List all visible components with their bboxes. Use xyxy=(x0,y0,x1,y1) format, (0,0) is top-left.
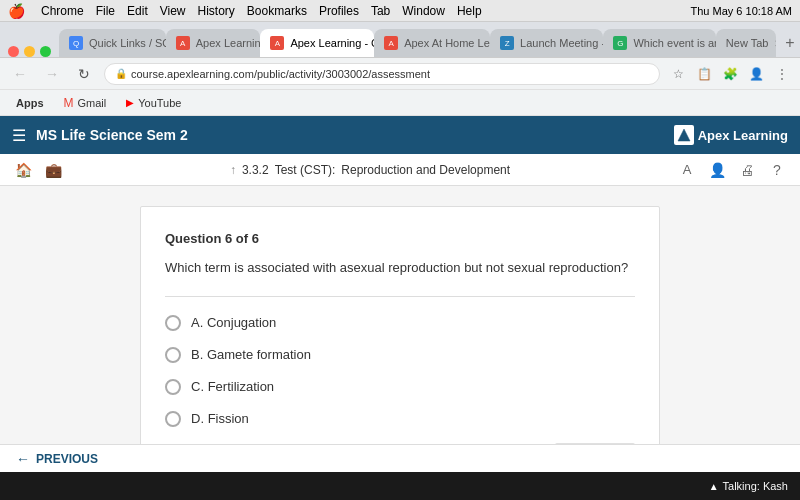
tab-launch-meeting[interactable]: Z Launch Meeting - ... ✕ xyxy=(490,29,603,57)
answer-label-a: A. Conjugation xyxy=(191,315,276,330)
tab-which-event[interactable]: G Which event is an... ✕ xyxy=(603,29,715,57)
tab-label-new: New Tab xyxy=(726,37,769,49)
talking-chevron-icon: ▲ xyxy=(709,481,719,492)
reload-button[interactable]: ↻ xyxy=(72,62,96,86)
menu-dots-icon[interactable]: ⋮ xyxy=(772,64,792,84)
star-icon[interactable]: ☆ xyxy=(668,64,688,84)
apex-header-right: Apex Learning xyxy=(674,125,788,145)
reading-list-icon[interactable]: 📋 xyxy=(694,64,714,84)
radio-d[interactable] xyxy=(165,411,181,427)
bookmark-youtube[interactable]: ▶ YouTube xyxy=(118,95,189,111)
bookmark-youtube-label: YouTube xyxy=(138,97,181,109)
lesson-code: 3.3.2 xyxy=(242,163,269,177)
apex-logo-text: Apex Learning xyxy=(698,128,788,143)
tab-label-event: Which event is an... xyxy=(633,37,715,49)
translate-icon[interactable]: A xyxy=(676,159,698,181)
tab-label-apex: Apex Learning xyxy=(196,37,261,49)
tab-favicon-apex-active: A xyxy=(270,36,284,50)
bookmark-gmail[interactable]: M Gmail xyxy=(56,94,115,112)
menu-tab[interactable]: Tab xyxy=(371,4,390,18)
lesson-bar: 🏠 💼 ↑ 3.3.2 Test (CST): Reproduction and… xyxy=(0,154,800,186)
person-icon[interactable]: 👤 xyxy=(706,159,728,181)
prev-arrow-icon: ← xyxy=(16,451,30,467)
address-bar: ← → ↻ 🔒 course.apexlearning.com/public/a… xyxy=(0,58,800,90)
radio-b[interactable] xyxy=(165,347,181,363)
lock-icon: 🔒 xyxy=(115,68,127,79)
minimize-window-button[interactable] xyxy=(24,46,35,57)
answer-option-c[interactable]: C. Fertilization xyxy=(165,379,635,395)
answer-option-a[interactable]: A. Conjugation xyxy=(165,315,635,331)
menu-view[interactable]: View xyxy=(160,4,186,18)
tab-favicon-event: G xyxy=(613,36,627,50)
tab-apex-home[interactable]: A Apex At Home Lea... ✕ xyxy=(374,29,490,57)
tab-close-new[interactable]: ✕ xyxy=(774,38,776,49)
svg-marker-0 xyxy=(678,129,690,141)
menu-chrome[interactable]: Chrome xyxy=(41,4,84,18)
mac-menu-bar: 🍎 Chrome File Edit View History Bookmark… xyxy=(0,0,800,22)
menu-help[interactable]: Help xyxy=(457,4,482,18)
apex-header-left: ☰ MS Life Science Sem 2 xyxy=(12,126,188,145)
menu-file[interactable]: File xyxy=(96,4,115,18)
menu-history[interactable]: History xyxy=(198,4,235,18)
url-bar[interactable]: 🔒 course.apexlearning.com/public/activit… xyxy=(104,63,660,85)
url-text: course.apexlearning.com/public/activity/… xyxy=(131,68,430,80)
previous-button[interactable]: ← PREVIOUS xyxy=(16,451,98,467)
apex-header: ☰ MS Life Science Sem 2 Apex Learning xyxy=(0,116,800,154)
forward-button[interactable]: → xyxy=(40,62,64,86)
question-number: Question 6 of 6 xyxy=(165,231,635,246)
new-tab-button[interactable]: + xyxy=(780,29,800,57)
menu-edit[interactable]: Edit xyxy=(127,4,148,18)
answer-label-d: D. Fission xyxy=(191,411,249,426)
browser-icons: ☆ 📋 🧩 👤 ⋮ xyxy=(668,64,792,84)
tab-favicon-apex-home: A xyxy=(384,36,398,50)
bottom-nav: ← PREVIOUS xyxy=(0,444,800,472)
lesson-nav-right: A 👤 🖨 ? xyxy=(676,159,788,181)
hamburger-menu-button[interactable]: ☰ xyxy=(12,126,26,145)
menu-profiles[interactable]: Profiles xyxy=(319,4,359,18)
menu-window[interactable]: Window xyxy=(402,4,445,18)
tab-favicon-launch: Z xyxy=(500,36,514,50)
bookmark-apps-label: Apps xyxy=(16,97,44,109)
lesson-nav-left: 🏠 💼 xyxy=(12,159,64,181)
tab-favicon-apex: A xyxy=(176,36,190,50)
tab-label-quick-links: Quick Links / SQL xyxy=(89,37,166,49)
maximize-window-button[interactable] xyxy=(40,46,51,57)
previous-label: PREVIOUS xyxy=(36,452,98,466)
course-title: MS Life Science Sem 2 xyxy=(36,127,188,143)
briefcase-icon[interactable]: 💼 xyxy=(42,159,64,181)
menu-bar-left: 🍎 Chrome File Edit View History Bookmark… xyxy=(8,3,482,19)
lesson-name: Reproduction and Development xyxy=(341,163,510,177)
close-window-button[interactable] xyxy=(8,46,19,57)
talking-bar: ▲ Talking: Kash xyxy=(0,472,800,500)
content-area: Question 6 of 6 Which term is associated… xyxy=(0,186,800,444)
tab-favicon-quick-links: Q xyxy=(69,36,83,50)
bookmark-apps[interactable]: Apps xyxy=(8,95,52,111)
menu-bar-right: Thu May 6 10:18 AM xyxy=(691,5,793,17)
tab-new-tab[interactable]: New Tab ✕ xyxy=(716,29,776,57)
lesson-up-arrow-icon: ↑ xyxy=(230,163,236,177)
tab-label-launch: Launch Meeting - ... xyxy=(520,37,603,49)
answer-label-c: C. Fertilization xyxy=(191,379,274,394)
print-icon[interactable]: 🖨 xyxy=(736,159,758,181)
radio-a[interactable] xyxy=(165,315,181,331)
traffic-lights xyxy=(8,46,51,57)
help-icon[interactable]: ? xyxy=(766,159,788,181)
talking-text: Talking: Kash xyxy=(723,480,788,492)
lesson-type: Test (CST): xyxy=(275,163,336,177)
back-button[interactable]: ← xyxy=(8,62,32,86)
tab-apex-learning-active[interactable]: A Apex Learning - C... ✕ xyxy=(260,29,374,57)
tab-quick-links[interactable]: Q Quick Links / SQL ✕ xyxy=(59,29,166,57)
profile-icon[interactable]: 👤 xyxy=(746,64,766,84)
tab-label-apex-active: Apex Learning - C... xyxy=(290,37,374,49)
apex-logo: Apex Learning xyxy=(674,125,788,145)
menu-bookmarks[interactable]: Bookmarks xyxy=(247,4,307,18)
answer-option-d[interactable]: D. Fission xyxy=(165,411,635,427)
main-layout: 🍎 Chrome File Edit View History Bookmark… xyxy=(0,0,800,500)
radio-c[interactable] xyxy=(165,379,181,395)
apple-logo-icon: 🍎 xyxy=(8,3,25,19)
answer-label-b: B. Gamete formation xyxy=(191,347,311,362)
answer-option-b[interactable]: B. Gamete formation xyxy=(165,347,635,363)
home-icon[interactable]: 🏠 xyxy=(12,159,34,181)
extensions-icon[interactable]: 🧩 xyxy=(720,64,740,84)
tab-apex-learning[interactable]: A Apex Learning ✕ xyxy=(166,29,261,57)
